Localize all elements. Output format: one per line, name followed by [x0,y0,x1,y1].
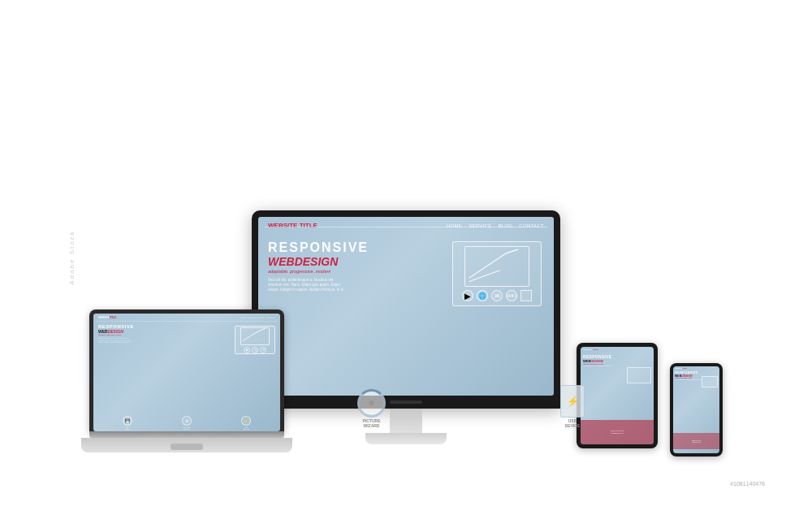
laptop-icon-mail: ✉ [260,347,266,353]
laptop-screen-part: WEBSITETITLE HOME SERVICE BLOG CONTACT R… [89,309,284,431]
monitor-nav: WEBSITE TITLE HOME SERVICE BLOG CONTACT [258,217,554,234]
monitor-logo: WEBSITE TITLE [268,222,317,229]
laptop-mockup-inner [240,327,270,345]
phone-logo-hl: TITLE [682,367,687,369]
laptop-features: 💾 SDCARD ⚙ PICTUREWIZARD ⚡ USBDEVICE [93,416,280,430]
monitor-logo-highlight: TITLE [300,222,317,229]
laptop-screen: WEBSITETITLE HOME SERVICE BLOG CONTACT R… [93,314,280,431]
mockup-icon-play: ▶ [462,290,473,301]
tablet-screen: WEBSITETITLE RESPONSIVE WEBDESIGN adapta… [581,347,654,444]
laptop-logo: WEBSITETITLE [98,316,116,319]
tablet: WEBSITETITLE RESPONSIVE WEBDESIGN adapta… [577,343,658,448]
mockup-icon-wifi: WiFi [506,290,517,301]
laptop: WEBSITETITLE HOME SERVICE BLOG CONTACT R… [89,309,292,452]
monitor-stand-neck [390,409,422,433]
sdcard-label: SDCARD [125,426,130,430]
monitor-logo-text: WEBSITE [268,222,297,229]
phone: WEBSITETITLE RESPONSIVE WEBDESIGN adapta… [670,363,723,457]
monitor: WEBSITE TITLE HOME SERVICE BLOG CONTACT … [252,210,560,444]
laptop-nav-service: SERVICE [248,317,257,319]
monitor-screen: WEBSITE TITLE HOME SERVICE BLOG CONTACT … [258,217,554,396]
sdcard-icon: 💾 [123,416,132,426]
tablet-mockup-box [627,367,651,383]
phone-mockup-box [702,376,718,387]
laptop-hinge [89,431,284,438]
stock-id: #1081140478 [730,481,765,487]
laptop-nav-blog: BLOG [258,317,264,319]
monitor-decoration-line [265,227,547,227]
phone-logo: WEBSITETITLE [675,367,718,369]
main-scene: WEBSITE TITLE HOME SERVICE BLOG CONTACT … [41,22,771,493]
mockup-icon-img [520,290,532,301]
laptop-icon-play: ▶ [244,347,250,353]
phone-screen: WEBSITETITLE RESPONSIVE WEBDESIGN adapta… [673,366,719,453]
usb-label: USBDEVICE [244,426,249,430]
tablet-tagline: adaptable. progressive. modern [583,363,651,365]
phone-bottom: RESPONSIVEWEBDESIGN [673,433,719,449]
wizard-label: PICTUREWIZARD [184,426,191,430]
laptop-nav-links: HOME SERVICE BLOG CONTACT [240,317,275,319]
monitor-frame: WEBSITE TITLE HOME SERVICE BLOG CONTACT … [252,210,560,409]
monitor-bottom-bar [258,396,554,409]
laptop-logo-highlight: TITLE [110,316,116,319]
monitor-stand-base [365,433,447,444]
usb-icon: ⚡ [241,416,251,426]
watermark: Adobe Stock [68,230,76,284]
wizard-icon: ⚙ [182,416,192,426]
picture-wizard-feature: ⚙ PICTUREWIZARD [357,389,386,428]
monitor-hero-design: DESIGN [295,255,339,268]
tablet-bottom-section: RESPONSIVEWEBDESIGN [581,420,654,444]
laptop-decoration-line [97,321,277,322]
tablet-nav: WEBSITETITLE [581,347,654,353]
picture-wizard-label: PICTUREWIZARD [363,418,381,428]
monitor-hero-web: WEB [268,255,295,268]
tablet-logo: WEBSITETITLE [583,348,598,351]
picture-wizard-dial: ⚙ [357,389,386,418]
mockup-icon-globe: 🌐 [477,290,488,301]
laptop-nav-home: HOME [240,317,247,319]
monitor-mockup-inner [464,246,529,287]
tablet-logo-hl: TITLE [592,348,598,351]
mockup-icon-mail: ✉ [491,290,503,301]
phone-cta: RESPONSIVEWEBDESIGN [692,439,702,443]
laptop-mockup-box: ▶ ◎ ✉ [235,326,275,354]
laptop-feature-wizard: ⚙ PICTUREWIZARD [182,416,192,430]
usb-device-icon: ⚡ [560,385,585,418]
tablet-hero: RESPONSIVE WEBDESIGN adaptable. progress… [581,353,654,369]
usb-device-feature: ⚡ USBDEVICE [560,385,585,428]
monitor-mockup-box: ▶ 🌐 ✉ WiFi [452,241,542,306]
tablet-frame: WEBSITETITLE RESPONSIVE WEBDESIGN adapta… [577,343,658,448]
usb-device-label: USBDEVICE [565,418,581,428]
laptop-base [81,438,292,452]
monitor-mockup-icons: ▶ 🌐 ✉ WiFi [462,290,532,301]
laptop-feature-sdcard: 💾 SDCARD [123,416,132,430]
laptop-nav-contact: CONTACT [266,317,275,319]
laptop-feature-usb: ⚡ USBDEVICE [241,416,251,430]
tablet-cta: RESPONSIVEWEBDESIGN [611,430,624,435]
phone-frame: WEBSITETITLE RESPONSIVE WEBDESIGN adapta… [670,363,723,457]
laptop-icon-globe: ◎ [252,347,258,353]
laptop-touchpad [171,444,203,450]
laptop-mockup-icons: ▶ ◎ ✉ [244,347,266,353]
